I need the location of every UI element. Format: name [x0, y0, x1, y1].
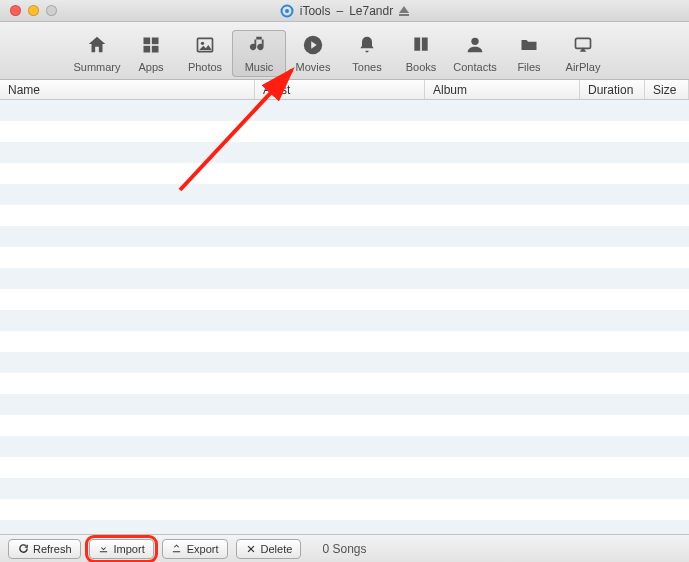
toolbar-photos[interactable]: Photos [178, 30, 232, 77]
list-row [0, 100, 689, 121]
svg-rect-2 [144, 38, 151, 45]
list-row [0, 499, 689, 520]
song-list[interactable] [0, 100, 689, 534]
column-size[interactable]: Size [645, 80, 689, 99]
image-icon [192, 32, 218, 58]
svg-point-7 [201, 42, 204, 45]
export-button[interactable]: Export [162, 539, 228, 559]
close-button[interactable] [10, 5, 21, 16]
toolbar-label: Files [517, 61, 540, 73]
list-row [0, 415, 689, 436]
list-row [0, 520, 689, 534]
column-artist[interactable]: Artist [255, 80, 425, 99]
toolbar-label: Tones [352, 61, 381, 73]
column-album[interactable]: Album [425, 80, 580, 99]
toolbar-label: Books [406, 61, 437, 73]
toolbar-label: Apps [138, 61, 163, 73]
toolbar-label: Summary [73, 61, 120, 73]
device-name: Le7andr [349, 4, 393, 18]
toolbar-label: AirPlay [566, 61, 601, 73]
titlebar: iTools – Le7andr [0, 0, 689, 22]
list-row [0, 247, 689, 268]
list-row [0, 121, 689, 142]
list-row [0, 163, 689, 184]
list-row [0, 205, 689, 226]
svg-rect-5 [152, 46, 159, 53]
list-row [0, 268, 689, 289]
column-name[interactable]: Name [0, 80, 255, 99]
svg-point-0 [281, 5, 292, 16]
column-duration[interactable]: Duration [580, 80, 645, 99]
toolbar-label: Movies [296, 61, 331, 73]
toolbar-movies[interactable]: Movies [286, 30, 340, 77]
svg-rect-4 [144, 46, 151, 53]
home-icon [84, 32, 110, 58]
svg-rect-3 [152, 38, 159, 45]
refresh-icon [17, 543, 29, 555]
toolbar-label: Music [245, 61, 274, 73]
list-row [0, 373, 689, 394]
folder-icon [516, 32, 542, 58]
toolbar-music[interactable]: Music [232, 30, 286, 77]
delete-button[interactable]: Delete [236, 539, 302, 559]
app-name: iTools [300, 4, 331, 18]
book-icon [408, 32, 434, 58]
toolbar-contacts[interactable]: Contacts [448, 30, 502, 77]
list-row [0, 394, 689, 415]
music-icon [246, 32, 272, 58]
window-title: iTools – Le7andr [0, 0, 689, 22]
toolbar-books[interactable]: Books [394, 30, 448, 77]
list-row [0, 226, 689, 247]
toolbar-apps[interactable]: Apps [124, 30, 178, 77]
app-logo-icon [280, 4, 294, 18]
import-button[interactable]: Import [89, 539, 154, 559]
toolbar-summary[interactable]: Summary [70, 30, 124, 77]
list-row [0, 436, 689, 457]
toolbar-tones[interactable]: Tones [340, 30, 394, 77]
annotation-highlight: Import [89, 539, 154, 559]
svg-rect-10 [576, 38, 591, 48]
zoom-button[interactable] [46, 5, 57, 16]
column-headers: Name Artist Album Duration Size [0, 80, 689, 100]
traffic-lights [0, 5, 57, 16]
minimize-button[interactable] [28, 5, 39, 16]
toolbar-files[interactable]: Files [502, 30, 556, 77]
delete-icon [245, 543, 257, 555]
toolbar-label: Photos [188, 61, 222, 73]
airplay-icon [570, 32, 596, 58]
bottom-bar: Refresh Import Export Delete 0 Songs [0, 534, 689, 562]
import-icon [98, 543, 110, 555]
list-row [0, 352, 689, 373]
svg-point-1 [285, 9, 289, 13]
bell-icon [354, 32, 380, 58]
list-row [0, 184, 689, 205]
list-row [0, 289, 689, 310]
list-row [0, 310, 689, 331]
list-row [0, 478, 689, 499]
list-row [0, 142, 689, 163]
grid-icon [138, 32, 164, 58]
status-text: 0 Songs [322, 542, 366, 556]
play-icon [300, 32, 326, 58]
refresh-button[interactable]: Refresh [8, 539, 81, 559]
toolbar-airplay[interactable]: AirPlay [556, 30, 610, 77]
svg-point-9 [471, 38, 478, 45]
list-row [0, 331, 689, 352]
contact-icon [462, 32, 488, 58]
toolbar-label: Contacts [453, 61, 496, 73]
export-icon [171, 543, 183, 555]
list-row [0, 457, 689, 478]
eject-icon[interactable] [399, 6, 409, 16]
toolbar: Summary Apps Photos Music Movies Tones [0, 22, 689, 80]
